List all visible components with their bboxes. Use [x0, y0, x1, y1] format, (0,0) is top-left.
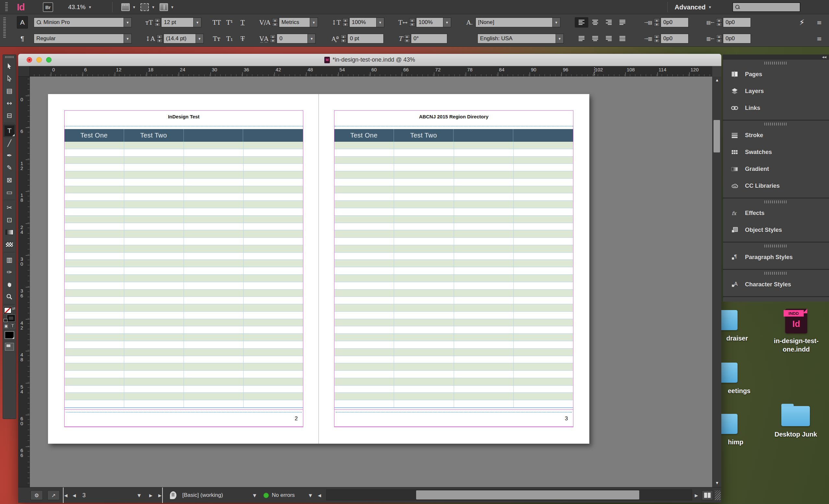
chevron-down-icon[interactable]: ▼: [124, 34, 132, 43]
gap-tool[interactable]: ↔: [4, 97, 15, 109]
table-cell[interactable]: [65, 334, 124, 341]
table-cell[interactable]: [394, 386, 454, 393]
arrange-documents-button[interactable]: ▼: [159, 3, 174, 11]
table-cell[interactable]: [124, 356, 184, 363]
gradient-tool[interactable]: [4, 226, 15, 239]
table-cell[interactable]: [394, 290, 454, 297]
table-cell[interactable]: [334, 356, 394, 363]
table-cell[interactable]: [394, 400, 454, 407]
table-cell[interactable]: [454, 297, 513, 304]
table-cell[interactable]: [124, 349, 184, 356]
table-cell[interactable]: [244, 319, 303, 326]
table-cell[interactable]: [124, 216, 184, 223]
align-center-button[interactable]: [588, 17, 602, 28]
table-cell[interactable]: [244, 171, 303, 178]
table-cell[interactable]: [184, 341, 243, 348]
table-header-cell[interactable]: Test One: [334, 129, 394, 142]
pen-tool[interactable]: ✒: [4, 149, 15, 161]
preflight-status[interactable]: No errors: [272, 488, 295, 503]
table-cell[interactable]: [334, 245, 394, 252]
version-sync-button[interactable]: ⚙: [31, 491, 43, 500]
scissors-tool[interactable]: ✂: [4, 202, 15, 214]
rectangle-tool[interactable]: ▭: [4, 186, 15, 199]
table-cell[interactable]: [334, 208, 394, 215]
window-resize-grip[interactable]: [715, 491, 721, 500]
right-indent-control[interactable]: ▤← ▲▼ 0p0: [707, 17, 751, 28]
table-cell[interactable]: [124, 386, 184, 393]
screen-mode-toggle[interactable]: [5, 343, 14, 351]
table-cell[interactable]: [514, 186, 573, 193]
justify-all-button[interactable]: [616, 33, 629, 44]
table-cell[interactable]: [244, 179, 303, 186]
table-cell[interactable]: [244, 290, 303, 297]
table-cell[interactable]: [244, 223, 303, 230]
baseline-shift-stepper[interactable]: ▲▼: [340, 34, 347, 43]
table-cell[interactable]: [394, 275, 454, 282]
table-cell[interactable]: [124, 290, 184, 297]
gradient-feather-tool[interactable]: [4, 239, 15, 251]
table-cell[interactable]: [514, 208, 573, 215]
horizontal-ruler[interactable]: 0612182430364248546066727884909610210811…: [30, 66, 712, 76]
panel-button-swatches[interactable]: Swatches: [723, 144, 829, 160]
panel-button-effects[interactable]: fxEffects: [723, 205, 829, 221]
direct-selection-tool[interactable]: [4, 72, 15, 85]
table-cell[interactable]: [514, 171, 573, 178]
table-cell[interactable]: [334, 216, 394, 223]
table-header-cell[interactable]: [243, 129, 303, 142]
apply-color-swatch[interactable]: [4, 331, 14, 339]
table-cell[interactable]: [454, 356, 513, 363]
table-cell[interactable]: [124, 312, 184, 319]
table-header-cell[interactable]: Test Two: [124, 129, 184, 142]
table-cell[interactable]: [184, 193, 243, 201]
table-cell[interactable]: [514, 400, 573, 407]
leading-control[interactable]: ↕A ▲▼ (14.4 pt) ▼: [145, 33, 204, 44]
table-cell[interactable]: [334, 290, 394, 297]
table-cell[interactable]: [334, 349, 394, 356]
table-cell[interactable]: [514, 193, 573, 201]
table-cell[interactable]: [394, 319, 454, 326]
table-cell[interactable]: [184, 371, 243, 378]
table-cell[interactable]: [65, 349, 124, 356]
table-cell[interactable]: [184, 363, 243, 370]
table-cell[interactable]: [65, 312, 124, 319]
chevron-down-icon[interactable]: ▼: [556, 34, 564, 43]
panel-button-character-styles[interactable]: ACharacter Styles: [723, 276, 829, 293]
table-cell[interactable]: [514, 363, 573, 370]
table-cell[interactable]: [514, 356, 573, 363]
table-cell[interactable]: [244, 275, 303, 282]
table-cell[interactable]: [334, 186, 394, 193]
table-cell[interactable]: [244, 142, 303, 149]
formatting-affects-container-button[interactable]: ▣: [4, 323, 9, 328]
left-indent-control[interactable]: →▤ ▲▼ 0p0: [644, 17, 689, 28]
table-cell[interactable]: [334, 319, 394, 326]
table-cell[interactable]: [394, 157, 454, 164]
first-line-indent-control[interactable]: →▥ ▲▼ 0p0: [644, 33, 689, 44]
table-cell[interactable]: [184, 356, 243, 363]
horizontal-scale-stepper[interactable]: ▲▼: [409, 18, 415, 27]
table-cell[interactable]: [514, 267, 573, 275]
stroke-color-swatch[interactable]: [7, 315, 15, 321]
table-cell[interactable]: [184, 349, 243, 356]
table-cell[interactable]: [184, 223, 243, 230]
preflight-profile-caret[interactable]: ▼: [253, 488, 256, 503]
table-cell[interactable]: [184, 334, 243, 341]
right-indent-stepper[interactable]: ▲▼: [716, 18, 722, 27]
table-cell[interactable]: [65, 238, 124, 245]
table-cell[interactable]: [65, 282, 124, 289]
page-2-table[interactable]: Test OneTest Two: [65, 129, 303, 408]
table-cell[interactable]: [454, 223, 513, 230]
table-cell[interactable]: [394, 171, 454, 178]
table-cell[interactable]: [394, 282, 454, 289]
preflight-status-caret[interactable]: ▼: [309, 488, 312, 503]
table-cell[interactable]: [244, 267, 303, 275]
table-cell[interactable]: [454, 267, 513, 275]
table-cell[interactable]: [334, 253, 394, 260]
table-cell[interactable]: [184, 378, 243, 385]
table-cell[interactable]: [65, 326, 124, 333]
table-cell[interactable]: [184, 164, 243, 171]
table-cell[interactable]: [65, 208, 124, 215]
table-cell[interactable]: [394, 312, 454, 319]
formatting-affects-text-button[interactable]: T: [10, 323, 15, 328]
panel-group-drag-handle[interactable]: [764, 62, 788, 65]
table-cell[interactable]: [454, 193, 513, 201]
